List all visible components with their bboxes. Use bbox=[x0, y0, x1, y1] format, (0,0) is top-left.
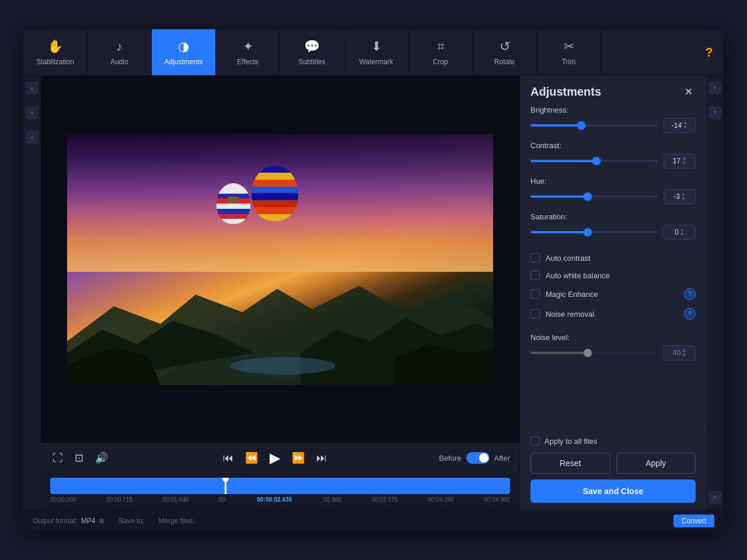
timeline-track[interactable] bbox=[50, 478, 510, 494]
expand-right-bottom[interactable]: › bbox=[708, 491, 721, 504]
toolbar-item-adjustments[interactable]: ◑ Adjustments bbox=[152, 29, 216, 75]
saturation-down[interactable]: ▼ bbox=[680, 232, 685, 237]
output-format-icon: ⊕ bbox=[99, 517, 104, 525]
saturation-value[interactable]: 0 ▲ ▼ bbox=[664, 225, 696, 240]
contrast-label: Contrast: bbox=[530, 141, 696, 150]
auto-white-balance-label: Auto white balance bbox=[546, 271, 696, 280]
footer-buttons: Reset Apply bbox=[530, 453, 696, 474]
rotate-icon: ↺ bbox=[500, 39, 510, 54]
contrast-row: 17 ▲ ▼ bbox=[530, 153, 696, 169]
time-2: 00:01.430 bbox=[163, 496, 189, 503]
skip-to-end-button[interactable]: ⏭ bbox=[314, 450, 329, 467]
controls-bar: ⛶ ⊡ 🔊 ⏮ ⏪ ▶ ⏩ ⏭ Before After bbox=[41, 443, 519, 473]
collapse-right-2[interactable]: ‹ bbox=[708, 106, 721, 119]
effects-icon: ✦ bbox=[243, 39, 253, 54]
hue-slider[interactable] bbox=[530, 195, 658, 198]
contrast-number: 17 bbox=[673, 157, 680, 165]
play-button[interactable]: ▶ bbox=[267, 447, 282, 468]
skip-forward-button[interactable]: ⏩ bbox=[289, 449, 307, 467]
brightness-down[interactable]: ▼ bbox=[683, 125, 687, 130]
time-5: :02.860 bbox=[322, 496, 341, 503]
balloon-secondary bbox=[217, 154, 250, 195]
output-format-label: Output format: bbox=[33, 517, 78, 525]
collapse-right-1[interactable]: ‹ bbox=[708, 82, 721, 94]
brightness-label: Brightness: bbox=[530, 106, 696, 114]
saturation-number: 0 bbox=[675, 228, 679, 236]
noise-removal-item[interactable]: Noise removal ? bbox=[530, 304, 696, 324]
time-1: 00:00.715 bbox=[106, 496, 132, 503]
noise-level-value[interactable]: 40 ▲ ▼ bbox=[664, 345, 696, 360]
convert-button[interactable]: Convert bbox=[673, 514, 714, 527]
collapse-left-3[interactable]: ‹ bbox=[26, 131, 39, 144]
panel-close-button[interactable]: ✕ bbox=[681, 85, 696, 99]
hue-value[interactable]: -3 ▲ ▼ bbox=[664, 189, 696, 204]
noise-removal-checkbox[interactable] bbox=[530, 309, 540, 318]
brightness-value[interactable]: -14 ▲ ▼ bbox=[664, 118, 696, 133]
saturation-slider[interactable] bbox=[530, 231, 658, 233]
skip-back-button[interactable]: ⏪ bbox=[243, 449, 260, 467]
hue-down[interactable]: ▼ bbox=[681, 197, 686, 201]
apply-button[interactable]: Apply bbox=[616, 453, 696, 474]
reset-button[interactable]: Reset bbox=[530, 453, 610, 474]
app-window: ✋ Stabilization ♪ Audio ◑ Adjustments ✦ … bbox=[23, 29, 724, 531]
contrast-down[interactable]: ▼ bbox=[682, 161, 686, 166]
toolbar-item-crop[interactable]: ⌗ Crop bbox=[409, 29, 473, 75]
toolbar-label-audio: Audio bbox=[110, 58, 128, 66]
audio-icon: ♪ bbox=[116, 39, 123, 54]
toolbar-item-watermark[interactable]: ⬇ Watermark bbox=[344, 29, 409, 75]
magic-enhance-checkbox[interactable] bbox=[530, 289, 540, 299]
toolbar-item-trim[interactable]: ✂ Trim bbox=[537, 29, 601, 75]
watermark-icon: ⬇ bbox=[371, 39, 382, 54]
adjustments-panel: Adjustments ✕ Brightness: -14 bbox=[519, 76, 706, 510]
auto-white-balance-checkbox[interactable] bbox=[530, 271, 540, 280]
brightness-row: -14 ▲ ▼ bbox=[530, 118, 696, 133]
hue-row: -3 ▲ ▼ bbox=[530, 189, 696, 204]
toolbar: ✋ Stabilization ♪ Audio ◑ Adjustments ✦ … bbox=[23, 29, 724, 76]
apply-all-checkbox[interactable] bbox=[530, 436, 540, 446]
toolbar-item-rotate[interactable]: ↺ Rotate bbox=[473, 29, 537, 75]
contrast-slider[interactable] bbox=[530, 160, 658, 162]
toolbar-item-stabilization[interactable]: ✋ Stabilization bbox=[23, 29, 88, 75]
hue-label: Hue: bbox=[530, 177, 696, 186]
auto-contrast-checkbox[interactable] bbox=[530, 253, 540, 262]
time-0: 00:00.000 bbox=[50, 496, 76, 503]
magic-enhance-help[interactable]: ? bbox=[684, 288, 696, 300]
panel-footer: Apply to all files Reset Apply Save and … bbox=[520, 429, 706, 510]
toolbar-item-subtitles[interactable]: 💬 Subtitles bbox=[280, 29, 344, 75]
time-6: 00:03.575 bbox=[372, 496, 398, 503]
collapse-left-2[interactable]: ‹ bbox=[26, 106, 39, 119]
contrast-value[interactable]: 17 ▲ ▼ bbox=[664, 153, 696, 169]
auto-contrast-item[interactable]: Auto contrast bbox=[530, 249, 696, 267]
fullscreen-button[interactable]: ⛶ bbox=[50, 450, 65, 467]
auto-white-balance-item[interactable]: Auto white balance bbox=[530, 267, 696, 284]
video-preview[interactable] bbox=[67, 134, 493, 385]
svg-point-1 bbox=[231, 357, 336, 374]
time-7: 00:04.290 bbox=[428, 496, 454, 503]
magic-enhance-item[interactable]: Magic Enhance ? bbox=[530, 284, 696, 304]
collapse-left-1[interactable]: ‹ bbox=[26, 82, 39, 94]
noise-removal-label: Noise removal bbox=[546, 310, 678, 318]
saturation-group: Saturation: 0 ▲ ▼ bbox=[530, 212, 696, 240]
noise-down[interactable]: ▼ bbox=[682, 353, 686, 358]
toolbar-item-effects[interactable]: ✦ Effects bbox=[216, 29, 280, 75]
status-bar: Output format: MP4 ⊕ Save to: Merge file… bbox=[23, 510, 724, 531]
auto-contrast-label: Auto contrast bbox=[546, 254, 696, 262]
noise-level-slider[interactable] bbox=[530, 352, 658, 354]
volume-button[interactable]: 🔊 bbox=[93, 449, 110, 467]
skip-to-start-button[interactable]: ⏮ bbox=[221, 450, 236, 467]
noise-level-row: 40 ▲ ▼ bbox=[530, 345, 696, 360]
hue-group: Hue: -3 ▲ ▼ bbox=[530, 177, 696, 204]
before-after-switch[interactable] bbox=[466, 452, 490, 464]
merge-files-label: Merge files: bbox=[158, 517, 194, 525]
brightness-slider[interactable] bbox=[530, 124, 658, 127]
toolbar-item-audio[interactable]: ♪ Audio bbox=[88, 29, 152, 75]
before-label: Before bbox=[439, 454, 461, 463]
timeline: 00:00.000 00:00.715 00:01.430 00: 00:00:… bbox=[41, 473, 519, 510]
save-and-close-button[interactable]: Save and Close bbox=[530, 480, 696, 503]
help-button[interactable]: ? bbox=[694, 29, 724, 75]
screenshot-button[interactable]: ⊡ bbox=[72, 449, 86, 467]
toolbar-label-watermark: Watermark bbox=[359, 58, 393, 66]
video-container bbox=[41, 76, 519, 443]
noise-removal-help[interactable]: ? bbox=[684, 308, 696, 320]
toolbar-label-subtitles: Subtitles bbox=[298, 58, 325, 66]
